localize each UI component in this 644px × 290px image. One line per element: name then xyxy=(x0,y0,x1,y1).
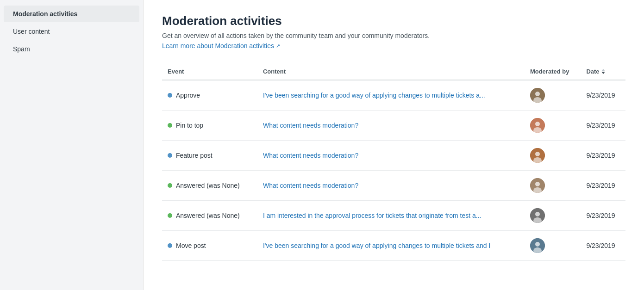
table-row: Move post I've been searching for a good… xyxy=(162,231,625,261)
content-link[interactable]: I've been searching for a good way of ap… xyxy=(263,92,485,99)
avatar-image xyxy=(530,118,545,133)
avatar xyxy=(530,118,545,133)
svg-point-1 xyxy=(535,92,540,96)
date-cell: 9/23/2019 xyxy=(581,231,625,261)
moderated-by-cell xyxy=(525,231,581,261)
column-header-moderated-by: Moderated by xyxy=(525,63,581,80)
event-label: Approve xyxy=(176,92,200,99)
event-cell: Answered (was None) xyxy=(162,171,257,201)
event-cell: Move post xyxy=(162,231,257,261)
content-link[interactable]: What content needs moderation? xyxy=(263,152,358,159)
event-dot xyxy=(168,153,172,158)
svg-point-16 xyxy=(535,242,540,247)
table-row: Feature post What content needs moderati… xyxy=(162,141,625,171)
column-header-content: Content xyxy=(257,63,525,80)
content-link[interactable]: What content needs moderation? xyxy=(263,122,358,129)
event-dot xyxy=(168,213,172,218)
table-row: Answered (was None) I am interested in t… xyxy=(162,201,625,231)
learn-more-link[interactable]: Learn more about Moderation activities ↗ xyxy=(162,42,280,49)
svg-point-13 xyxy=(535,212,540,216)
avatar-image xyxy=(530,88,545,103)
column-header-event: Event xyxy=(162,63,257,80)
sidebar-item-spam[interactable]: Spam xyxy=(4,41,139,57)
event-cell: Answered (was None) xyxy=(162,201,257,231)
moderated-by-cell xyxy=(525,171,581,201)
external-link-icon: ↗ xyxy=(276,43,280,49)
column-header-date[interactable]: Date xyxy=(581,63,625,80)
event-label: Answered (was None) xyxy=(176,182,240,189)
date-cell: 9/23/2019 xyxy=(581,201,625,231)
avatar xyxy=(530,148,545,163)
event-label: Move post xyxy=(176,242,206,249)
avatar xyxy=(530,178,545,193)
content-cell: What content needs moderation? xyxy=(257,171,525,201)
moderation-table: Event Content Moderated by Date xyxy=(162,63,625,261)
main-content: Moderation activities Get an overview of… xyxy=(144,0,644,290)
content-cell: I've been searching for a good way of ap… xyxy=(257,80,525,111)
date-cell: 9/23/2019 xyxy=(581,111,625,141)
table-container: Event Content Moderated by Date xyxy=(162,63,625,261)
avatar xyxy=(530,88,545,103)
sidebar-item-label: User content xyxy=(13,28,50,35)
date-cell: 9/23/2019 xyxy=(581,141,625,171)
content-cell: I've been searching for a good way of ap… xyxy=(257,231,525,261)
event-label: Feature post xyxy=(176,152,213,159)
page-title: Moderation activities xyxy=(162,14,625,28)
event-label: Answered (was None) xyxy=(176,212,240,219)
avatar-image xyxy=(530,208,545,223)
content-cell: What content needs moderation? xyxy=(257,141,525,171)
sidebar-item-label: Spam xyxy=(13,45,30,53)
table-row: Pin to top What content needs moderation… xyxy=(162,111,625,141)
event-dot xyxy=(168,93,172,98)
content-link[interactable]: I am interested in the approval process … xyxy=(263,212,481,219)
sidebar-item-moderation-activities[interactable]: Moderation activities xyxy=(4,6,139,22)
avatar-image xyxy=(530,148,545,163)
moderated-by-cell xyxy=(525,111,581,141)
learn-more-label: Learn more about Moderation activities xyxy=(162,42,274,49)
moderated-by-cell xyxy=(525,141,581,171)
sort-icon xyxy=(601,69,605,74)
sidebar-item-label: Moderation activities xyxy=(13,10,77,18)
event-cell: Pin to top xyxy=(162,111,257,141)
avatar-image xyxy=(530,178,545,193)
table-row: Approve I've been searching for a good w… xyxy=(162,80,625,111)
event-cell: Feature post xyxy=(162,141,257,171)
event-label: Pin to top xyxy=(176,122,203,129)
event-dot xyxy=(168,243,172,248)
event-dot xyxy=(168,123,172,128)
avatar xyxy=(530,238,545,253)
sidebar: Moderation activities User content Spam xyxy=(0,0,144,290)
avatar-image xyxy=(530,238,545,253)
svg-point-10 xyxy=(535,182,540,186)
date-cell: 9/23/2019 xyxy=(581,171,625,201)
svg-point-7 xyxy=(535,152,540,156)
event-dot xyxy=(168,183,172,188)
avatar xyxy=(530,208,545,223)
svg-point-4 xyxy=(535,122,540,126)
moderated-by-cell xyxy=(525,80,581,111)
sidebar-item-user-content[interactable]: User content xyxy=(4,23,139,40)
content-cell: What content needs moderation? xyxy=(257,111,525,141)
moderated-by-cell xyxy=(525,201,581,231)
event-cell: Approve xyxy=(162,80,257,111)
date-cell: 9/23/2019 xyxy=(581,80,625,111)
content-cell: I am interested in the approval process … xyxy=(257,201,525,231)
page-description: Get an overview of all actions taken by … xyxy=(162,32,625,39)
table-row: Answered (was None) What content needs m… xyxy=(162,171,625,201)
content-link[interactable]: What content needs moderation? xyxy=(263,182,358,189)
content-link[interactable]: I've been searching for a good way of ap… xyxy=(263,242,490,249)
